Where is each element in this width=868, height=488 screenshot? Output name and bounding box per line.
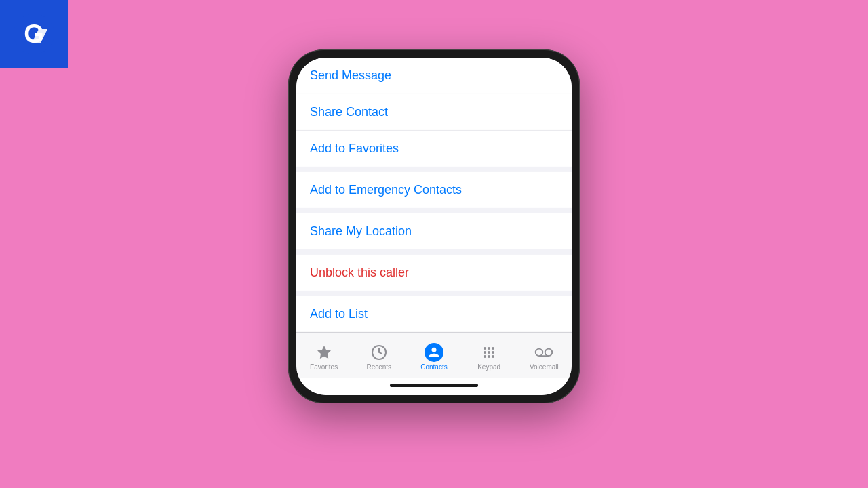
phone-wrapper: Send Message Share Contact Add to Favori…: [288, 49, 580, 403]
svg-point-11: [492, 355, 494, 358]
phone-frame: Send Message Share Contact Add to Favori…: [288, 49, 580, 403]
tab-keypad[interactable]: Keypad: [469, 343, 509, 371]
tab-favorites[interactable]: Favorites: [304, 343, 344, 371]
separator-3: [296, 249, 572, 255]
menu-item-add-to-list[interactable]: Add to List: [296, 296, 572, 332]
menu-item-label-send-message: Send Message: [310, 68, 391, 83]
clock-icon: [370, 343, 389, 362]
menu-item-unblock-caller[interactable]: Unblock this caller: [296, 255, 572, 291]
tab-voicemail[interactable]: Voicemail: [524, 343, 564, 371]
menu-item-add-to-favorites[interactable]: Add to Favorites: [296, 131, 572, 167]
menu-item-label-add-to-list: Add to List: [310, 307, 368, 321]
tab-bar: Favorites Recents: [296, 332, 572, 378]
menu-item-label-add-to-favorites: Add to Favorites: [310, 142, 399, 156]
star-icon: [315, 343, 334, 362]
menu-item-label-share-contact: Share Contact: [310, 105, 388, 119]
voicemail-icon: [534, 343, 553, 362]
svg-point-7: [488, 351, 490, 354]
tab-label-contacts: Contacts: [420, 363, 447, 371]
tab-contacts[interactable]: Contacts: [414, 343, 454, 371]
svg-point-10: [488, 355, 490, 358]
svg-point-13: [545, 349, 553, 357]
tab-label-voicemail: Voicemail: [530, 363, 559, 371]
menu-item-share-location[interactable]: Share My Location: [296, 214, 572, 249]
svg-point-4: [488, 347, 490, 350]
home-indicator: [296, 378, 572, 395]
menu-item-add-to-emergency[interactable]: Add to Emergency Contacts: [296, 172, 572, 208]
separator-4: [296, 291, 572, 296]
svg-point-3: [484, 347, 486, 350]
menu-item-label-unblock-caller: Unblock this caller: [310, 266, 409, 280]
menu-item-send-message[interactable]: Send Message: [296, 58, 572, 94]
svg-point-5: [492, 347, 494, 350]
menu-item-share-contact[interactable]: Share Contact: [296, 94, 572, 131]
menu-item-label-share-location: Share My Location: [310, 224, 412, 239]
svg-point-8: [492, 351, 494, 354]
grid-icon: [479, 343, 498, 362]
svg-point-12: [536, 349, 543, 357]
menu-item-label-add-to-emergency: Add to Emergency Contacts: [310, 183, 462, 197]
separator-2: [296, 208, 572, 214]
tab-label-recents: Recents: [366, 363, 391, 371]
person-icon: [425, 343, 443, 362]
logo-badge: G: [0, 0, 68, 68]
separator-1: [296, 167, 572, 172]
menu-list: Send Message Share Contact Add to Favori…: [296, 58, 572, 332]
gk-logo-icon: G: [10, 10, 58, 58]
phone-screen: Send Message Share Contact Add to Favori…: [296, 58, 572, 395]
svg-point-6: [484, 351, 486, 354]
home-bar: [390, 384, 478, 387]
tab-label-favorites: Favorites: [310, 363, 338, 371]
svg-point-9: [484, 355, 486, 358]
tab-label-keypad: Keypad: [477, 363, 500, 371]
tab-recents[interactable]: Recents: [359, 343, 399, 371]
